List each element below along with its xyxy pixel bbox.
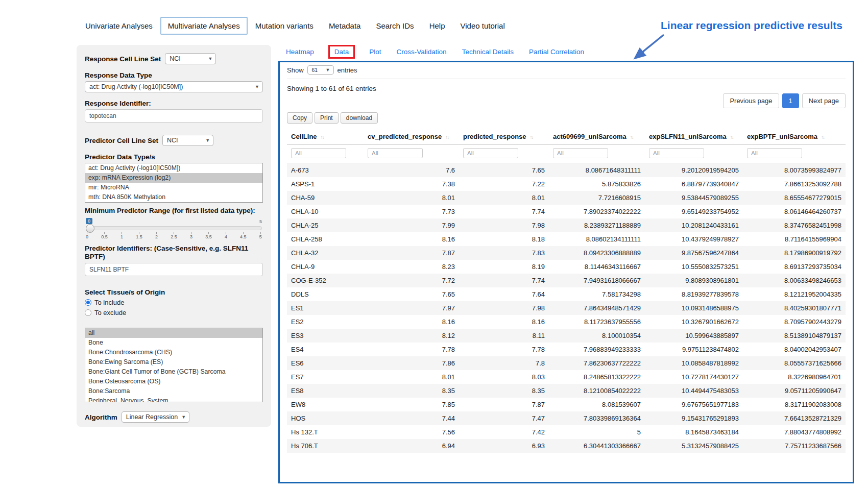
sidebar: Response Cell Line Set NCI ▼ Response Da… [77,45,271,427]
cell-value: 8.70957902443279 [743,315,846,329]
listbox-option-mir-microrna[interactable]: mir: MicroRNA [85,183,262,192]
sort-icon[interactable]: ↑↓ [630,134,633,140]
tab-plot[interactable]: Plot [368,46,382,58]
print-button[interactable]: Print [315,112,339,124]
column-label: act609699_uniSarcoma [553,133,626,140]
listbox-option-bone-sarcoma[interactable]: Bone:Sarcoma [85,386,262,396]
tab-partial-correlation[interactable]: Partial Correlation [528,46,585,58]
sort-icon[interactable]: ↑↓ [821,134,824,140]
cell-value: 8.3226980964701 [743,370,846,384]
listbox-option-bone-giant-cell-tumor-of-bone-gctb-sarcoma[interactable]: Bone:Giant Cell Tumor of Bone (GCTB) Sar… [85,367,262,377]
filter-cell [459,145,549,163]
cell-value: 8.12 [364,329,459,343]
predictor-cell-line-set-select[interactable]: NCI ▼ [162,135,213,146]
algorithm-select[interactable]: Linear Regression ▼ [122,411,189,423]
cell-value: 8.24865813322222 [549,370,645,384]
nav-item-video-tutorial[interactable]: Video tutorial [452,17,512,35]
filter-cell [549,145,645,163]
column-header-cellline[interactable]: CellLine↑↓ [287,129,364,145]
tab-technical-details[interactable]: Technical Details [461,46,515,58]
tab-data[interactable]: Data [328,45,355,59]
cell-value: 9.20120919594205 [645,163,743,178]
next-page-button[interactable]: Next page [802,93,846,108]
sort-icon[interactable]: ↑↓ [530,134,533,140]
tick-label: 2.5 [171,234,177,239]
slider-tick: 1 [120,232,123,239]
cell-value: 8.01 [459,191,549,205]
cell-value: 7.78 [459,343,549,356]
cell-line-name: A-673 [287,163,364,178]
tab-cross-validation[interactable]: Cross-Validation [396,46,448,58]
column-header-cv-predicted-response[interactable]: cv_predicted_response↑↓ [364,129,459,145]
cell-value: 7.6 [364,163,459,178]
nav-item-multivariate-analyses[interactable]: Multivariate Analyses [160,17,248,35]
slider-handle[interactable] [86,224,94,233]
listbox-option-mth-dna-850k-methylation[interactable]: mth: DNA 850K Methylation [85,192,262,202]
cell-value: 7.38 [364,177,459,191]
cell-value: 8.11 [459,329,549,343]
slider-track[interactable] [86,226,262,230]
sort-icon[interactable]: ↑↓ [445,134,448,140]
current-page-button[interactable]: 1 [782,93,799,108]
show-entries-prefix: Show [287,66,304,74]
filter-input-expbptf-unisarcoma[interactable] [747,148,802,158]
cell-value: 10.3267901662672 [645,315,743,329]
response-data-type-select[interactable]: act: Drug Activity (-log10[IC50M]) ▼ [85,81,263,92]
sort-icon[interactable]: ↑↓ [321,134,324,140]
download-button[interactable]: download [341,112,378,124]
chevron-down-icon: ▼ [205,138,210,143]
tab-heatmap[interactable]: Heatmap [285,46,315,58]
algorithm-label: Algorithm [85,413,117,421]
cell-value: 8.16 [459,315,549,329]
filter-input-cv-predicted-response[interactable] [368,148,423,158]
radio-label: To exclude [94,309,126,316]
column-label: cv_predicted_response [368,133,442,140]
nav-item-search-ids[interactable]: Search IDs [368,17,421,35]
column-header-act609699-unisarcoma[interactable]: act609699_uniSarcoma↑↓ [549,129,645,145]
listbox-option-act-drug-activity-log10-ic50m[interactable]: act: Drug Activity (-log10[IC50M]) [85,163,262,173]
tick-label: 1 [120,234,123,239]
filter-input-predicted-response[interactable] [463,148,518,158]
predictor-identifiers-input[interactable] [85,263,263,276]
radio-to-exclude[interactable]: To exclude [85,309,263,316]
cell-value: 8.23 [364,260,459,274]
cell-value: 7.8 [459,356,549,370]
response-cell-line-set-label: Response Cell Line Set [85,55,161,63]
nav-item-univariate-analyses[interactable]: Univariate Analyses [78,17,160,35]
cell-value: 8.17986900919792 [743,246,846,260]
cell-value: 7.42 [459,425,549,439]
filter-input-act609699-unisarcoma[interactable] [553,148,608,158]
cell-value: 5.875833826 [549,177,645,191]
listbox-option-bone-chondrosarcoma-chs[interactable]: Bone:Chondrosarcoma (CHS) [85,348,262,357]
listbox-option-exp-mrna-expression-log2[interactable]: exp: mRNA Expression (log2) [85,173,262,183]
listbox-option-bone-osteosarcoma-os[interactable]: Bone:Osteosarcoma (OS) [85,377,262,386]
entries-count-select[interactable]: 61 ▼ [307,65,334,75]
response-identifier-input[interactable] [85,109,263,123]
listbox-option-all[interactable]: all [85,328,262,338]
column-header-predicted-response[interactable]: predicted_response↑↓ [459,129,549,145]
column-header-expbptf-unisarcoma[interactable]: expBPTF_uniSarcoma↑↓ [743,129,846,145]
sort-icon[interactable]: ↑↓ [730,134,733,140]
nav-item-metadata[interactable]: Metadata [321,17,369,35]
response-cell-line-set-select[interactable]: NCI ▼ [165,53,216,64]
tick-label: 3.5 [205,234,212,239]
nav-item-help[interactable]: Help [422,17,453,35]
cell-value: 7.78 [364,343,459,356]
radio-to-include[interactable]: To include [85,299,263,306]
listbox-option-bone[interactable]: Bone [85,338,262,348]
listbox-option-bone-ewing-sarcoma-es[interactable]: Bone:Ewing Sarcoma (ES) [85,357,262,367]
copy-button[interactable]: Copy [287,112,312,124]
previous-page-button[interactable]: Previous page [723,93,779,108]
tick-label: 4 [225,234,227,239]
filter-input-expslfn11-unisarcoma[interactable] [649,148,704,158]
min-range-slider[interactable]: 0 5 00.511.522.533.544.55 [86,226,262,239]
column-header-expslfn11-unisarcoma[interactable]: expSLFN11_uniSarcoma↑↓ [645,129,743,145]
cell-value: 7.44 [364,411,459,425]
tissue-origin-label: Select Tissue/s of Origin [85,288,263,296]
nav-item-mutation-variants[interactable]: Mutation variants [248,17,321,35]
main-nav: Univariate AnalysesMultivariate Analyses… [78,17,513,35]
cell-line-name: HOS [287,411,364,425]
cell-value: 9.67675651977183 [645,398,743,411]
listbox-option-peripheral-nervous-system[interactable]: Peripheral_Nervous_System [85,396,262,402]
filter-input-cellline[interactable] [291,148,346,158]
